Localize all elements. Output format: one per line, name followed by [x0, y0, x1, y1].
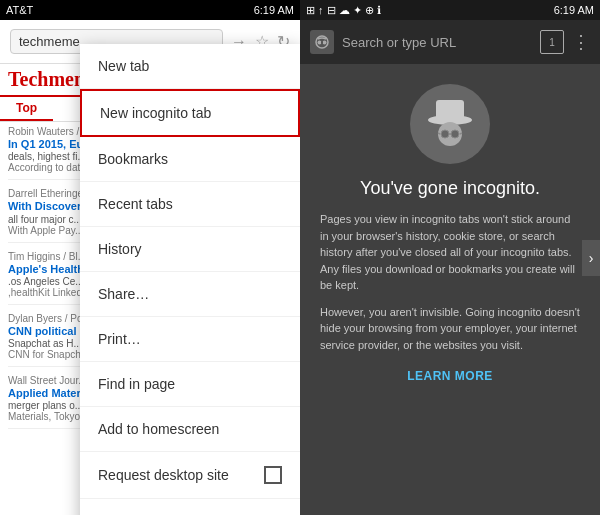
svg-rect-5 — [436, 100, 464, 120]
left-panel: AT&T 6:19 AM → ☆ ↻ Techmeme Top Robin Wa… — [0, 0, 300, 515]
learn-more-button[interactable]: LEARN MORE — [407, 369, 493, 383]
menu-item-history[interactable]: History — [80, 227, 300, 272]
menu-item-share[interactable]: Share… — [80, 272, 300, 317]
status-bar-right: ⊞ ↑ ⊟ ☁ ✦ ⊕ ℹ 6:19 AM — [300, 0, 600, 20]
browser-menu: New tab New incognito tab Bookmarks Rece… — [80, 44, 300, 515]
svg-point-1 — [318, 41, 322, 45]
tab-top[interactable]: Top — [0, 97, 53, 121]
status-bar-left: AT&T 6:19 AM — [0, 0, 300, 20]
menu-label-print: Print… — [98, 331, 141, 347]
menu-label-new-incognito-tab: New incognito tab — [100, 105, 211, 121]
menu-label-add-to-homescreen: Add to homescreen — [98, 421, 219, 437]
menu-label-request-desktop-site: Request desktop site — [98, 467, 229, 483]
more-options-icon[interactable]: ⋮ — [572, 31, 590, 53]
svg-point-2 — [323, 41, 327, 45]
menu-label-recent-tabs: Recent tabs — [98, 196, 173, 212]
menu-item-recent-tabs[interactable]: Recent tabs — [80, 182, 300, 227]
search-url-placeholder[interactable]: Search or type URL — [342, 35, 532, 50]
time-left: 6:19 AM — [254, 4, 294, 16]
menu-item-new-incognito-tab[interactable]: New incognito tab — [80, 89, 300, 137]
svg-point-7 — [441, 130, 449, 138]
tab-switcher-icon[interactable]: 1 — [540, 30, 564, 54]
menu-label-share: Share… — [98, 286, 149, 302]
menu-label-new-tab: New tab — [98, 58, 149, 74]
menu-item-print[interactable]: Print… — [80, 317, 300, 362]
incognito-body-2: However, you aren't invisible. Going inc… — [320, 304, 580, 354]
svg-point-8 — [451, 130, 459, 138]
incognito-body-1: Pages you view in incognito tabs won't s… — [320, 211, 580, 294]
menu-item-new-tab[interactable]: New tab — [80, 44, 300, 89]
right-panel: ⊞ ↑ ⊟ ☁ ✦ ⊕ ℹ 6:19 AM Search or type URL… — [300, 0, 600, 515]
menu-item-find-in-page[interactable]: Find in page — [80, 362, 300, 407]
menu-label-bookmarks: Bookmarks — [98, 151, 168, 167]
menu-item-request-desktop-site[interactable]: Request desktop site — [80, 452, 300, 499]
svg-line-10 — [438, 133, 440, 134]
time-right: 6:19 AM — [554, 4, 594, 16]
svg-line-11 — [460, 133, 462, 134]
incognito-title: You've gone incognito. — [360, 178, 540, 199]
carrier-left: AT&T — [6, 4, 33, 16]
menu-item-bookmarks[interactable]: Bookmarks — [80, 137, 300, 182]
menu-item-settings[interactable]: Settings — [80, 499, 300, 515]
incognito-content: You've gone incognito. Pages you view in… — [300, 64, 600, 515]
menu-item-add-to-homescreen[interactable]: Add to homescreen — [80, 407, 300, 452]
menu-label-find-in-page: Find in page — [98, 376, 175, 392]
right-edge-nav[interactable]: › — [582, 240, 600, 276]
menu-label-history: History — [98, 241, 142, 257]
status-icons-right: ⊞ ↑ ⊟ ☁ ✦ ⊕ ℹ — [306, 4, 381, 17]
incognito-avatar — [410, 84, 490, 164]
request-desktop-checkbox[interactable] — [264, 466, 282, 484]
incognito-address-bar: Search or type URL 1 ⋮ — [300, 20, 600, 64]
incognito-spy-icon — [310, 30, 334, 54]
